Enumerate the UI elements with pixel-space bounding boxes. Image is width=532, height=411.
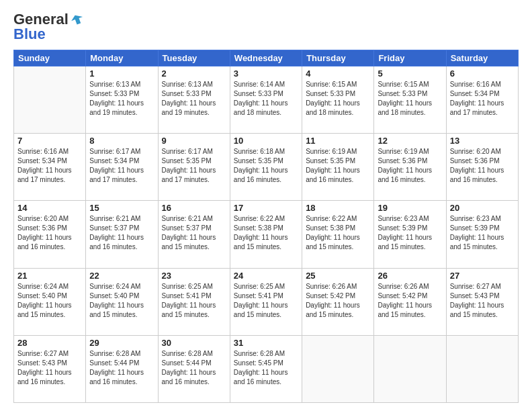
calendar-cell: 15Sunrise: 6:21 AM Sunset: 5:37 PM Dayli…	[86, 201, 158, 268]
calendar-cell	[14, 66, 86, 134]
day-number: 27	[450, 271, 515, 281]
calendar-weekday-friday: Friday	[374, 50, 446, 66]
day-detail: Sunrise: 6:17 AM Sunset: 5:35 PM Dayligh…	[162, 147, 226, 185]
calendar-weekday-saturday: Saturday	[446, 50, 518, 66]
calendar-cell: 7Sunrise: 6:16 AM Sunset: 5:34 PM Daylig…	[14, 134, 86, 201]
calendar-cell: 14Sunrise: 6:20 AM Sunset: 5:36 PM Dayli…	[14, 201, 86, 268]
day-number: 25	[306, 271, 370, 281]
day-detail: Sunrise: 6:20 AM Sunset: 5:36 PM Dayligh…	[17, 214, 82, 252]
day-number: 17	[234, 203, 298, 213]
day-detail: Sunrise: 6:17 AM Sunset: 5:34 PM Dayligh…	[89, 147, 154, 185]
day-detail: Sunrise: 6:23 AM Sunset: 5:39 PM Dayligh…	[378, 214, 442, 252]
calendar-week-4: 21Sunrise: 6:24 AM Sunset: 5:40 PM Dayli…	[14, 268, 519, 335]
day-detail: Sunrise: 6:27 AM Sunset: 5:43 PM Dayligh…	[450, 282, 515, 320]
calendar-week-5: 28Sunrise: 6:27 AM Sunset: 5:43 PM Dayli…	[14, 335, 519, 402]
calendar-cell: 2Sunrise: 6:13 AM Sunset: 5:33 PM Daylig…	[158, 66, 230, 134]
calendar-cell: 18Sunrise: 6:22 AM Sunset: 5:38 PM Dayli…	[302, 201, 374, 268]
header: General Blue	[13, 11, 519, 43]
calendar-cell: 12Sunrise: 6:19 AM Sunset: 5:36 PM Dayli…	[374, 134, 446, 201]
svg-marker-0	[70, 13, 85, 26]
calendar-cell: 4Sunrise: 6:15 AM Sunset: 5:33 PM Daylig…	[302, 66, 374, 134]
day-detail: Sunrise: 6:28 AM Sunset: 5:44 PM Dayligh…	[89, 349, 154, 387]
day-detail: Sunrise: 6:21 AM Sunset: 5:37 PM Dayligh…	[162, 214, 226, 252]
calendar-cell: 26Sunrise: 6:26 AM Sunset: 5:42 PM Dayli…	[374, 268, 446, 335]
day-number: 29	[89, 338, 154, 348]
logo-blue: Blue	[13, 26, 46, 43]
day-number: 10	[234, 136, 298, 146]
calendar-cell: 9Sunrise: 6:17 AM Sunset: 5:35 PM Daylig…	[158, 134, 230, 201]
day-number: 23	[162, 271, 226, 281]
calendar-cell: 24Sunrise: 6:25 AM Sunset: 5:41 PM Dayli…	[230, 268, 302, 335]
day-number: 13	[450, 136, 515, 146]
day-number: 7	[17, 136, 82, 146]
day-detail: Sunrise: 6:15 AM Sunset: 5:33 PM Dayligh…	[378, 80, 442, 118]
day-detail: Sunrise: 6:14 AM Sunset: 5:33 PM Dayligh…	[234, 80, 298, 118]
calendar-cell: 10Sunrise: 6:18 AM Sunset: 5:35 PM Dayli…	[230, 134, 302, 201]
calendar-cell: 22Sunrise: 6:24 AM Sunset: 5:40 PM Dayli…	[86, 268, 158, 335]
day-detail: Sunrise: 6:15 AM Sunset: 5:33 PM Dayligh…	[306, 80, 370, 118]
day-detail: Sunrise: 6:19 AM Sunset: 5:36 PM Dayligh…	[378, 147, 442, 185]
day-number: 26	[378, 271, 442, 281]
calendar-cell	[374, 335, 446, 402]
calendar-cell: 28Sunrise: 6:27 AM Sunset: 5:43 PM Dayli…	[14, 335, 86, 402]
day-number: 2	[162, 68, 226, 79]
calendar-cell: 11Sunrise: 6:19 AM Sunset: 5:35 PM Dayli…	[302, 134, 374, 201]
calendar-cell: 20Sunrise: 6:23 AM Sunset: 5:39 PM Dayli…	[446, 201, 518, 268]
day-detail: Sunrise: 6:13 AM Sunset: 5:33 PM Dayligh…	[162, 80, 226, 118]
day-number: 20	[450, 203, 515, 213]
calendar-cell	[446, 335, 518, 402]
day-number: 14	[17, 203, 82, 213]
calendar-week-3: 14Sunrise: 6:20 AM Sunset: 5:36 PM Dayli…	[14, 201, 519, 268]
day-detail: Sunrise: 6:24 AM Sunset: 5:40 PM Dayligh…	[17, 282, 82, 320]
day-number: 16	[162, 203, 226, 213]
calendar-header-row: SundayMondayTuesdayWednesdayThursdayFrid…	[14, 50, 519, 66]
calendar-cell: 25Sunrise: 6:26 AM Sunset: 5:42 PM Dayli…	[302, 268, 374, 335]
day-detail: Sunrise: 6:28 AM Sunset: 5:44 PM Dayligh…	[162, 349, 226, 387]
day-detail: Sunrise: 6:19 AM Sunset: 5:35 PM Dayligh…	[306, 147, 370, 185]
calendar-week-1: 1Sunrise: 6:13 AM Sunset: 5:33 PM Daylig…	[14, 66, 519, 134]
day-number: 8	[89, 136, 154, 146]
day-number: 4	[306, 68, 370, 79]
calendar-weekday-sunday: Sunday	[14, 50, 86, 66]
page: General Blue SundayMondayTuesdayWednesda…	[0, 0, 532, 411]
calendar-cell: 17Sunrise: 6:22 AM Sunset: 5:38 PM Dayli…	[230, 201, 302, 268]
logo-bird-icon	[70, 12, 85, 27]
day-number: 18	[306, 203, 370, 213]
day-number: 6	[450, 68, 515, 79]
day-detail: Sunrise: 6:27 AM Sunset: 5:43 PM Dayligh…	[17, 349, 82, 387]
day-number: 9	[162, 136, 226, 146]
calendar-cell: 23Sunrise: 6:25 AM Sunset: 5:41 PM Dayli…	[158, 268, 230, 335]
day-detail: Sunrise: 6:22 AM Sunset: 5:38 PM Dayligh…	[306, 214, 370, 252]
calendar-cell: 13Sunrise: 6:20 AM Sunset: 5:36 PM Dayli…	[446, 134, 518, 201]
calendar-cell: 8Sunrise: 6:17 AM Sunset: 5:34 PM Daylig…	[86, 134, 158, 201]
calendar-table: SundayMondayTuesdayWednesdayThursdayFrid…	[13, 50, 519, 403]
day-number: 1	[89, 68, 154, 79]
calendar-cell	[302, 335, 374, 402]
calendar-cell: 16Sunrise: 6:21 AM Sunset: 5:37 PM Dayli…	[158, 201, 230, 268]
day-number: 24	[234, 271, 298, 281]
calendar-cell: 29Sunrise: 6:28 AM Sunset: 5:44 PM Dayli…	[86, 335, 158, 402]
day-detail: Sunrise: 6:25 AM Sunset: 5:41 PM Dayligh…	[162, 282, 226, 320]
day-detail: Sunrise: 6:16 AM Sunset: 5:34 PM Dayligh…	[17, 147, 82, 185]
day-number: 3	[234, 68, 298, 79]
day-number: 19	[378, 203, 442, 213]
day-detail: Sunrise: 6:23 AM Sunset: 5:39 PM Dayligh…	[450, 214, 515, 252]
day-number: 30	[162, 338, 226, 348]
calendar-cell: 30Sunrise: 6:28 AM Sunset: 5:44 PM Dayli…	[158, 335, 230, 402]
day-detail: Sunrise: 6:20 AM Sunset: 5:36 PM Dayligh…	[450, 147, 515, 185]
calendar-cell: 1Sunrise: 6:13 AM Sunset: 5:33 PM Daylig…	[86, 66, 158, 134]
calendar-weekday-tuesday: Tuesday	[158, 50, 230, 66]
day-detail: Sunrise: 6:16 AM Sunset: 5:34 PM Dayligh…	[450, 80, 515, 118]
day-detail: Sunrise: 6:21 AM Sunset: 5:37 PM Dayligh…	[89, 214, 154, 252]
day-detail: Sunrise: 6:26 AM Sunset: 5:42 PM Dayligh…	[378, 282, 442, 320]
day-detail: Sunrise: 6:18 AM Sunset: 5:35 PM Dayligh…	[234, 147, 298, 185]
calendar-weekday-wednesday: Wednesday	[230, 50, 302, 66]
day-number: 21	[17, 271, 82, 281]
calendar-cell: 31Sunrise: 6:28 AM Sunset: 5:45 PM Dayli…	[230, 335, 302, 402]
logo: General Blue	[13, 11, 85, 43]
calendar-weekday-thursday: Thursday	[302, 50, 374, 66]
calendar-cell: 27Sunrise: 6:27 AM Sunset: 5:43 PM Dayli…	[446, 268, 518, 335]
calendar-week-2: 7Sunrise: 6:16 AM Sunset: 5:34 PM Daylig…	[14, 134, 519, 201]
calendar-cell: 21Sunrise: 6:24 AM Sunset: 5:40 PM Dayli…	[14, 268, 86, 335]
calendar-cell: 5Sunrise: 6:15 AM Sunset: 5:33 PM Daylig…	[374, 66, 446, 134]
